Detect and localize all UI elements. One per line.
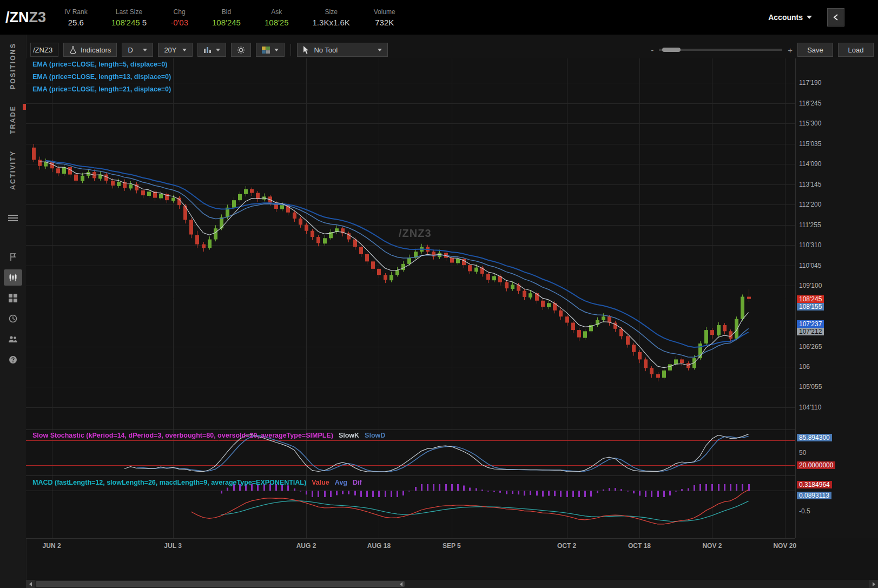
- chevron-down-icon: [216, 49, 220, 51]
- quote-field-value: 1.3Kx1.6K: [313, 18, 350, 27]
- macd-legend-avg: Avg: [335, 479, 347, 486]
- zoom-out-button[interactable]: -: [651, 45, 653, 55]
- quote-field-label: Chg: [174, 8, 186, 16]
- price-badge: 107'212: [797, 328, 824, 335]
- stochastic-title: Slow Stochastic (kPeriod=14, dPeriod=3, …: [32, 432, 333, 439]
- flask-icon: [69, 46, 77, 54]
- chart-scrollbar[interactable]: [26, 580, 878, 588]
- time-label: OCT 2: [557, 542, 576, 550]
- macd-study-label[interactable]: MACD (fastLength=12, slowLength=26, macd…: [32, 479, 362, 486]
- drawing-tool-dropdown[interactable]: No Tool: [297, 43, 388, 57]
- macd-badge: 0.3184964: [797, 481, 832, 488]
- quote-field-label: Last Size: [116, 8, 142, 16]
- scroll-right-button[interactable]: [869, 580, 878, 588]
- macd-legend-value: Value: [312, 479, 329, 486]
- time-label: OCT 18: [628, 542, 651, 550]
- study-labels: EMA (price=CLOSE, length=5, displace=0) …: [32, 61, 171, 93]
- stochastic-study-label[interactable]: Slow Stochastic (kPeriod=14, dPeriod=3, …: [32, 432, 385, 439]
- trading-app: /ZNZ3 IV Rank25.6Last Size108'245 5Chg-0…: [0, 0, 878, 588]
- zoom-slider-thumb[interactable]: [662, 48, 681, 52]
- sidebar-item-community[interactable]: [4, 331, 22, 347]
- quote-field-size: Size1.3Kx1.6K: [313, 8, 350, 27]
- axis-price-label: 112'200: [799, 201, 821, 208]
- sidebar-tab-trade[interactable]: TRADE: [9, 97, 17, 142]
- symbol-root: /ZN: [5, 9, 29, 25]
- axis-price-label: 105'055: [799, 383, 822, 391]
- chart-grid-dropdown[interactable]: [256, 43, 285, 57]
- scroll-left-button[interactable]: [26, 580, 35, 588]
- chevron-left-icon: [833, 14, 839, 21]
- chevron-down-icon: [143, 49, 147, 51]
- chart-watermark: /ZNZ3: [399, 227, 432, 240]
- save-button[interactable]: Save: [797, 43, 833, 57]
- axis-price-label: 113'145: [799, 181, 821, 188]
- scroll-thumb[interactable]: [36, 581, 405, 587]
- axis-price-label: 104'110: [799, 404, 821, 411]
- time-label: JUL 3: [164, 542, 181, 550]
- axis-price-label: 115'035: [799, 140, 821, 148]
- quote-field-value: 732K: [375, 18, 394, 27]
- chart-toolbar: /ZNZ3 Indicators D 20Y: [26, 41, 878, 58]
- quote-field-value: 108'245: [212, 18, 241, 27]
- sidebar-item-help[interactable]: [4, 352, 22, 368]
- symbol-input[interactable]: /ZNZ3: [30, 43, 58, 57]
- sidebar-item-history[interactable]: [4, 310, 22, 327]
- zoom-slider[interactable]: [659, 49, 782, 51]
- aggregation-value: D: [128, 46, 133, 54]
- chart-settings-button[interactable]: [231, 43, 251, 57]
- price-axis[interactable]: 117'190116'245115'300115'035114'090113'1…: [795, 58, 878, 538]
- sidebar-item-tools[interactable]: [4, 290, 22, 306]
- quote-field-label: Volume: [374, 8, 395, 16]
- collapse-panel-button[interactable]: [827, 8, 844, 27]
- stoch-axis-label: 50: [799, 449, 806, 457]
- accounts-dropdown[interactable]: Accounts: [768, 13, 812, 22]
- time-label: AUG 2: [296, 542, 316, 550]
- people-icon: [8, 335, 18, 343]
- price-badge: 108'155: [797, 303, 824, 310]
- axis-price-label: 106'265: [799, 343, 822, 351]
- aggregation-dropdown[interactable]: D: [122, 43, 153, 57]
- quote-field-label: Ask: [271, 8, 282, 16]
- sidebar-tab-activity[interactable]: ACTIVITY: [9, 142, 17, 198]
- axis-price-label: 110'310: [799, 241, 821, 249]
- axis-price-label: 106: [799, 363, 810, 371]
- stochastic-legend-slowd: SlowD: [365, 432, 385, 439]
- ema-study-label[interactable]: EMA (price=CLOSE, length=13, displace=0): [32, 73, 171, 81]
- gear-icon: [237, 46, 245, 54]
- quote-field-label: Size: [325, 8, 337, 16]
- load-button[interactable]: Load: [838, 43, 874, 57]
- chart-type-dropdown[interactable]: [197, 43, 226, 57]
- chevron-down-icon: [807, 16, 812, 19]
- indicators-button[interactable]: Indicators: [63, 43, 117, 57]
- help-icon: [9, 355, 17, 364]
- quote-field-value: 25.6: [68, 18, 84, 27]
- chevron-down-icon: [182, 49, 187, 51]
- price-chart-canvas[interactable]: [26, 58, 795, 538]
- cursor-icon: [303, 45, 309, 54]
- sidebar-item-orders[interactable]: [4, 249, 22, 265]
- ema-study-label[interactable]: EMA (price=CLOSE, length=5, displace=0): [32, 61, 171, 68]
- layout-grid-icon: [262, 47, 270, 54]
- ema-study-label[interactable]: EMA (price=CLOSE, length=21, displace=0): [32, 85, 171, 93]
- quote-field-extra: 5: [140, 18, 147, 27]
- axis-price-label: 111'255: [799, 221, 821, 229]
- zoom-control: - +: [651, 45, 793, 55]
- sidebar-item-watchlist[interactable]: [4, 210, 22, 226]
- chevron-down-icon: [274, 49, 279, 51]
- range-dropdown[interactable]: 20Y: [158, 43, 193, 57]
- chart-icon: [8, 273, 18, 282]
- zoom-in-button[interactable]: +: [788, 45, 793, 55]
- quote-field-label: IV Rank: [64, 8, 88, 16]
- quote-field-volume: Volume732K: [374, 8, 395, 27]
- quote-field-bid: Bid108'245: [212, 8, 241, 27]
- time-axis[interactable]: JUN 2JUL 3AUG 2AUG 18SEP 5OCT 2OCT 18NOV…: [26, 538, 795, 552]
- symbol-expiry: Z3: [29, 9, 47, 25]
- symbol-label: /ZNZ3: [5, 9, 46, 26]
- sidebar-item-charts[interactable]: [4, 269, 22, 286]
- toolbar-divider: [291, 44, 291, 56]
- time-label: NOV 2: [702, 542, 722, 550]
- axis-price-label: 115'300: [799, 120, 821, 127]
- sidebar-tab-positions[interactable]: POSITIONS: [9, 35, 17, 97]
- range-value: 20Y: [164, 46, 176, 54]
- axis-price-label: 110'045: [799, 262, 821, 269]
